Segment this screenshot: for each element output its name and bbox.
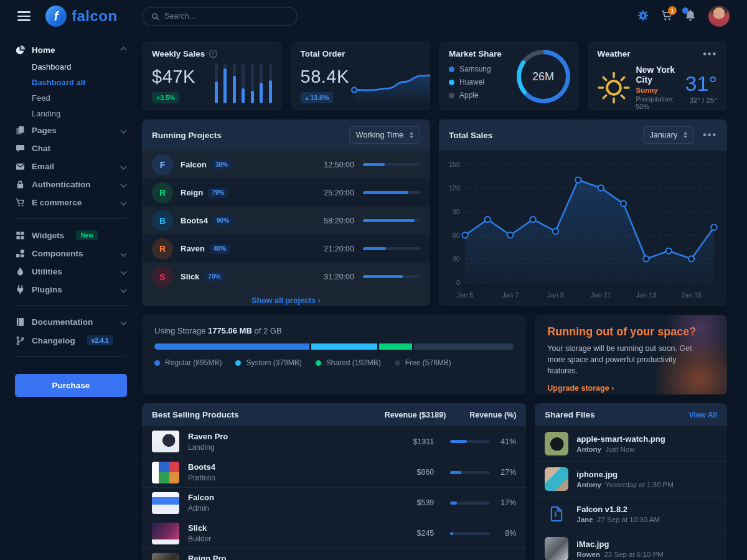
sidebar-item-plugins[interactable]: Plugins — [15, 281, 127, 299]
svg-text:?: ? — [212, 51, 215, 57]
sidebar-item-chat[interactable]: Chat — [15, 139, 127, 157]
shopping-cart-icon[interactable]: 1 — [661, 10, 672, 23]
plug-icon — [15, 285, 25, 294]
info-icon[interactable]: ? — [209, 49, 218, 58]
chevron-down-icon — [121, 251, 127, 257]
chevron-down-icon — [121, 319, 127, 325]
card-title: Weekly Sales — [152, 49, 205, 58]
product-revenue: $539 — [397, 498, 434, 507]
menu-toggle-button[interactable] — [15, 9, 33, 24]
product-row-boots4: Boots4 Portfolio $860 27% — [142, 457, 526, 487]
sidebar-item-components[interactable]: Components — [15, 245, 127, 263]
widgets-icon — [15, 231, 25, 240]
sidebar-subitem-feed[interactable]: Feed — [15, 90, 127, 106]
bar — [260, 63, 263, 103]
chevron-down-icon — [121, 287, 127, 293]
legend-dot-icon — [235, 360, 241, 366]
sidebar-item-changelog[interactable]: Changelogv2.4.1 — [15, 331, 127, 350]
working-time-select[interactable]: Working Time — [349, 126, 420, 144]
settings-gear-icon[interactable] — [637, 10, 649, 23]
project-name[interactable]: Reign — [181, 188, 203, 197]
total-sales-line-chart: 0306090120150Jan 5Jan 7Jan 9Jan 11Jan 13… — [439, 151, 727, 302]
product-name[interactable]: Falcon — [188, 493, 214, 502]
product-category[interactable]: Landing — [188, 443, 228, 452]
notification-bell-icon[interactable] — [685, 10, 696, 23]
svg-text:Jan 11: Jan 11 — [591, 291, 611, 299]
svg-text:Jan 5: Jan 5 — [457, 291, 474, 299]
market-share-total: 26M — [532, 70, 554, 83]
project-avatar: R — [152, 238, 173, 259]
search-box[interactable] — [142, 7, 298, 26]
sidebar-subitem-landing[interactable]: Landing — [15, 106, 127, 121]
card-title: Weather — [598, 49, 631, 58]
project-name[interactable]: Slick — [181, 272, 199, 281]
promo-title: Running out of your space? — [547, 325, 715, 338]
product-category[interactable]: Builder — [188, 534, 211, 543]
storage-label: Using Storage 1775.06 MB of 2 GB — [154, 326, 514, 335]
file-name[interactable]: iMac.jpg — [576, 539, 663, 549]
svg-text:0: 0 — [456, 279, 460, 286]
project-name[interactable]: Boots4 — [181, 216, 208, 225]
sidebar-item-authentication[interactable]: Authentication — [15, 175, 127, 194]
sidebar-item-e-commerce[interactable]: E commerce — [15, 194, 127, 212]
product-name[interactable]: Reign Pro — [188, 554, 226, 560]
product-category[interactable]: Admin — [188, 504, 214, 513]
storage-segment-shared — [379, 343, 412, 350]
sidebar-item-widgets[interactable]: WidgetsNew — [15, 226, 127, 245]
storage-segment-system — [311, 343, 377, 350]
chevron-down-icon — [121, 164, 127, 170]
utilities-icon — [15, 267, 25, 276]
brand-logo[interactable]: f falcon — [45, 6, 118, 27]
purchase-button[interactable]: Purchase — [15, 374, 127, 397]
upgrade-storage-link[interactable]: Upgrade storage › — [547, 384, 614, 393]
project-row-falcon: F Falcon 38% 12:50:00 — [142, 151, 430, 179]
user-avatar[interactable] — [708, 6, 730, 27]
chevron-down-icon — [121, 128, 127, 134]
sidebar-badge: v2.4.1 — [87, 335, 113, 345]
sidebar-subitem-dashboard-alt[interactable]: Dashboard alt — [15, 75, 127, 90]
running-projects-card: Running Projects Working Time F Falcon 3… — [142, 119, 430, 306]
top-navbar: f falcon 1 — [0, 0, 747, 32]
product-name[interactable]: Slick — [188, 523, 211, 533]
legend-dot-icon — [449, 80, 454, 85]
shared-files-card: Shared Files View All apple-smart-watch.… — [535, 403, 727, 560]
select-arrows-icon — [410, 132, 413, 139]
product-revenue-bar — [450, 502, 490, 505]
project-time: 31:20:00 — [324, 273, 354, 281]
total-order-value: 58.4K — [301, 67, 349, 87]
sidebar-item-utilities[interactable]: Utilities — [15, 263, 127, 281]
product-thumbnail — [152, 553, 179, 560]
product-name[interactable]: Boots4 — [188, 462, 215, 472]
show-all-projects-link[interactable]: Show all projects › — [142, 291, 430, 306]
month-select[interactable]: January — [643, 126, 694, 144]
project-avatar: B — [152, 210, 173, 231]
project-name[interactable]: Raven — [181, 244, 205, 253]
book-icon — [15, 317, 25, 327]
chevron-down-icon — [121, 182, 127, 188]
file-name[interactable]: Falcon v1.8.2 — [576, 505, 660, 514]
sidebar-subitem-dashboard[interactable]: Dashboard — [15, 59, 127, 75]
product-category[interactable]: Portfolio — [188, 474, 215, 482]
sidebar-item-documentation[interactable]: Documentation — [15, 313, 127, 331]
storage-progress-bar — [154, 343, 514, 350]
sidebar-divider — [15, 218, 127, 219]
search-input[interactable] — [164, 12, 288, 21]
weekly-sales-value: $47K — [152, 67, 195, 87]
card-title: Total Sales — [449, 131, 492, 140]
sidebar-item-home[interactable]: Home — [15, 41, 127, 59]
sidebar-item-email[interactable]: Email — [15, 157, 127, 175]
file-row-imac-jpg: iMac.jpg Rowen 23 Sep at 6:10 PM — [535, 531, 727, 560]
project-name[interactable]: Falcon — [181, 160, 207, 169]
envelope-icon — [15, 162, 25, 171]
sidebar-divider — [15, 306, 127, 306]
view-all-link[interactable]: View All — [689, 411, 717, 419]
sidebar-item-pages[interactable]: Pages — [15, 121, 127, 139]
file-icon — [545, 502, 568, 526]
file-name[interactable]: iphone.jpg — [576, 470, 674, 479]
file-name[interactable]: apple-smart-watch.png — [576, 434, 665, 444]
svg-text:90: 90 — [453, 208, 460, 215]
product-name[interactable]: Raven Pro — [188, 432, 228, 441]
notification-dot — [682, 7, 688, 14]
product-row-reign-pro: Reign Pro Agency $234 7% — [142, 548, 526, 560]
sun-icon — [598, 72, 630, 104]
